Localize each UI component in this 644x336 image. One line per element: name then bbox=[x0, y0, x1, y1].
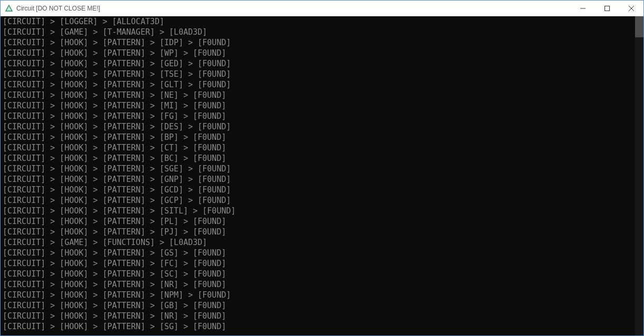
close-button[interactable] bbox=[619, 1, 643, 16]
log-line: [CIRCUIT] > [HOOK] > [PATTERN] > [SG] > … bbox=[3, 321, 633, 332]
log-line: [CIRCUIT] > [HOOK] > [PATTERN] > [SITL] … bbox=[3, 206, 633, 216]
log-line: [CIRCUIT] > [HOOK] > [PATTERN] > [BP] > … bbox=[3, 132, 633, 142]
log-line: [CIRCUIT] > [HOOK] > [PATTERN] > [PJ] > … bbox=[3, 227, 633, 237]
svg-rect-1 bbox=[605, 6, 610, 11]
log-line: [CIRCUIT] > [HOOK] > [PATTERN] > [GB] > … bbox=[3, 300, 633, 311]
log-line: [CIRCUIT] > [HOOK] > [PATTERN] > [NPM] >… bbox=[3, 290, 633, 300]
log-line: [CIRCUIT] > [HOOK] > [PATTERN] > [NE] > … bbox=[3, 90, 633, 100]
log-line: [CIRCUIT] > [HOOK] > [PATTERN] > [GNP] >… bbox=[3, 174, 633, 185]
console-output[interactable]: [CIRCUIT] > [LOGGER] > [ALLOCAT3D][CIRCU… bbox=[1, 16, 635, 335]
log-line: [CIRCUIT] > [HOOK] > [PATTERN] > [BC] > … bbox=[3, 153, 633, 164]
window-title: Circuit [DO NOT CLOSE ME!] bbox=[16, 5, 571, 12]
log-line: [CIRCUIT] > [HOOK] > [PATTERN] > [IDP] >… bbox=[3, 37, 633, 48]
log-line: [CIRCUIT] > [HOOK] > [PATTERN] > [MI] > … bbox=[3, 100, 633, 111]
log-line: [CIRCUIT] > [HOOK] > [PATTERN] > [GCP] >… bbox=[3, 195, 633, 206]
titlebar[interactable]: Circuit [DO NOT CLOSE ME!] bbox=[1, 1, 643, 16]
log-line: [CIRCUIT] > [HOOK] > [PATTERN] > [DES] >… bbox=[3, 121, 633, 132]
log-line: [CIRCUIT] > [HOOK] > [PATTERN] > [CT] > … bbox=[3, 142, 633, 153]
log-line: [CIRCUIT] > [HOOK] > [PATTERN] > [FG] > … bbox=[3, 111, 633, 121]
log-line: [CIRCUIT] > [HOOK] > [PATTERN] > [FC] > … bbox=[3, 258, 633, 269]
log-line: [CIRCUIT] > [HOOK] > [PATTERN] > [GED] >… bbox=[3, 58, 633, 69]
minimize-button[interactable] bbox=[571, 1, 595, 16]
scrollbar-thumb[interactable] bbox=[635, 16, 643, 37]
log-line: [CIRCUIT] > [HOOK] > [PATTERN] > [GS] > … bbox=[3, 248, 633, 258]
window-controls bbox=[571, 1, 643, 16]
log-line: [CIRCUIT] > [HOOK] > [PATTERN] > [GLT] >… bbox=[3, 79, 633, 90]
log-line: [CIRCUIT] > [HOOK] > [PATTERN] > [WP] > … bbox=[3, 48, 633, 58]
log-line: [CIRCUIT] > [HOOK] > [PATTERN] > [GCD] >… bbox=[3, 185, 633, 195]
log-line: [CIRCUIT] > [GAME] > [FUNCTIONS] > [L0AD… bbox=[3, 237, 633, 248]
maximize-button[interactable] bbox=[595, 1, 619, 16]
log-line: [CIRCUIT] > [GAME] > [T-MANAGER] > [L0AD… bbox=[3, 27, 633, 37]
app-icon bbox=[5, 4, 13, 13]
log-line: [CIRCUIT] > [HOOK] > [PATTERN] > [NR] > … bbox=[3, 279, 633, 290]
console-area: [CIRCUIT] > [LOGGER] > [ALLOCAT3D][CIRCU… bbox=[1, 16, 643, 335]
log-line: [CIRCUIT] > [HOOK] > [PATTERN] > [TSE] >… bbox=[3, 69, 633, 79]
log-line: [CIRCUIT] > [HOOK] > [PATTERN] > [SGE] >… bbox=[3, 164, 633, 174]
log-line: [CIRCUIT] > [HOOK] > [PATTERN] > [NR] > … bbox=[3, 311, 633, 321]
log-line: [CIRCUIT] > [HOOK] > [PATTERN] > [PL] > … bbox=[3, 216, 633, 227]
log-line: [CIRCUIT] > [LOGGER] > [ALLOCAT3D] bbox=[3, 16, 633, 27]
vertical-scrollbar[interactable] bbox=[635, 16, 643, 335]
log-line: [CIRCUIT] > [HOOK] > [PATTERN] > [SC] > … bbox=[3, 269, 633, 279]
